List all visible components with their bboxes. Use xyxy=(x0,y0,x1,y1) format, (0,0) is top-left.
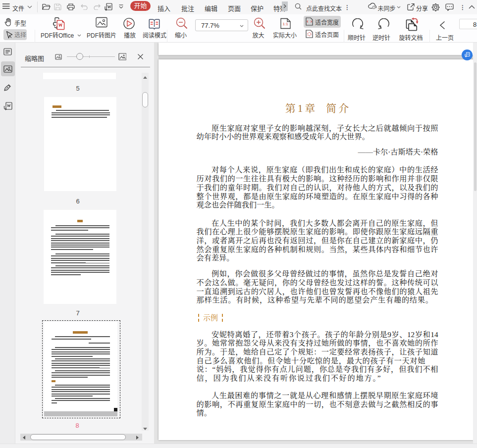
svg-text:1:1: 1:1 xyxy=(283,22,289,26)
